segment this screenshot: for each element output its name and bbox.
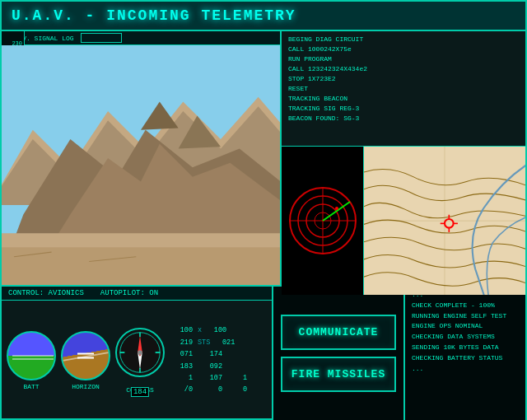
status-line-8: CHECKING BATTERY STATUS	[412, 353, 519, 364]
batt-svg	[8, 333, 56, 380]
h-line-1	[77, 352, 94, 354]
d6c4: 0	[227, 384, 247, 395]
status-line-6: CHECKING DATA SYSTEMS	[412, 332, 519, 343]
data-numbers-block: 100 x 100 219 STS 021 071 174	[170, 321, 250, 399]
status-line-3: RUNNING ENGINE SELF TEST	[412, 311, 519, 322]
video-feed: search pattern 3	[2, 45, 280, 285]
video-content-area: 230 220 210 200 190 180 170 160 150 140 …	[2, 45, 280, 285]
data-row-1: 100 x 100	[173, 324, 247, 336]
d3c1: 071	[173, 348, 193, 360]
controls-header: CONTROL: AVIONICS AUTOPILOT: ON	[2, 287, 272, 301]
compass-value: 184	[131, 387, 149, 397]
d6c1: /0	[173, 384, 193, 395]
data-row-5: 1 107 1	[173, 372, 247, 384]
compass-face	[115, 328, 165, 377]
status-log: ... CHECK COMPLETE - 100% RUNNING ENGINE…	[405, 287, 525, 420]
telem-line-6: RESET	[288, 84, 519, 94]
compass-svg	[117, 328, 163, 377]
telem-line-1: BEGING DIAG CIRCUIT	[288, 35, 519, 44]
video-panel: U.A.V. SIGNAL LOG 230 220 210 200 190 18…	[2, 31, 282, 285]
status-line-5: ENGINE OPS NOMINAL	[412, 321, 519, 332]
d6c3: 0	[203, 384, 222, 395]
radar-map-row	[282, 147, 525, 295]
telem-line-9: BEACON FOUND: SG-3	[288, 114, 519, 124]
d1c1: 100	[173, 324, 193, 336]
action-panel: COMMUNICATE FIRE MISSILES	[273, 287, 405, 420]
communicate-button[interactable]: COMMUNICATE	[281, 315, 396, 350]
telem-line-4: CALL 123242324X434e2	[288, 64, 519, 74]
batt-face	[7, 331, 56, 380]
main-container: U.A.V. - INCOMING TELEMETRY U.A.V. SIGNA…	[0, 0, 527, 420]
map-svg	[364, 147, 525, 295]
telem-line-5: STOP 1X723E2	[288, 74, 519, 84]
d4c3: 092	[203, 361, 222, 372]
svg-point-38	[138, 350, 142, 355]
d5c3: 107	[203, 372, 222, 384]
d1c2: x	[198, 324, 202, 336]
d2c2: STS	[198, 337, 210, 348]
d3c3: 174	[203, 348, 222, 360]
mountain-svg	[2, 45, 280, 285]
radar-svg	[286, 184, 360, 258]
status-line-2: CHECK COMPLETE - 100%	[412, 301, 519, 311]
controls-avionics-label: CONTROL: AVIONICS	[8, 289, 84, 297]
data-row-4: 183 092	[173, 361, 247, 372]
data-row-3: 071 174	[173, 348, 247, 360]
top-section: U.A.V. SIGNAL LOG 230 220 210 200 190 18…	[2, 31, 525, 287]
video-label-bar: U.A.V. SIGNAL LOG	[2, 31, 280, 45]
telem-line-2: CALL 1000242X75e	[288, 44, 519, 54]
controls-body: BATT HORIZON	[2, 301, 272, 420]
horizon-instrument: HORIZON	[61, 331, 110, 390]
telemetry-log: BEGING DIAG CIRCUIT CALL 1000242X75e RUN…	[282, 31, 525, 147]
bottom-section: CONTROL: AVIONICS AUTOPILOT: ON BATT	[2, 287, 525, 420]
compass-instrument: 184 COMPASS	[115, 328, 165, 394]
header: U.A.V. - INCOMING TELEMETRY	[2, 2, 525, 31]
d4c1: 183	[173, 361, 193, 372]
status-line-9: ...	[412, 364, 519, 375]
horizon-center	[77, 350, 94, 361]
page-title: U.A.V. - INCOMING TELEMETRY	[12, 7, 296, 24]
h-line-2	[77, 357, 94, 358]
batt-label: BATT	[23, 383, 39, 390]
telem-line-3: RUN PROGRAM	[288, 54, 519, 64]
radar-panel	[282, 147, 364, 295]
d5c1: 1	[173, 372, 193, 384]
d1c3: 100	[207, 324, 226, 336]
d5c4: 1	[227, 372, 247, 384]
right-panel: BEGING DIAG CIRCUIT CALL 1000242X75e RUN…	[282, 31, 525, 285]
d2c3: 021	[215, 337, 235, 348]
status-line-7: SENDING 10K BYTES DATA	[412, 343, 519, 353]
horizon-face	[61, 331, 110, 380]
video-input[interactable]	[81, 33, 122, 43]
controls-panel: CONTROL: AVIONICS AUTOPILOT: ON BATT	[2, 287, 273, 420]
data-row-2: 219 STS 021	[173, 337, 247, 348]
telem-line-8: TRACKING SIG REG-3	[288, 104, 519, 114]
telem-line-7: TRACKING BEACON	[288, 94, 519, 104]
d2c1: 219	[173, 337, 193, 348]
fire-missiles-button[interactable]: FIRE MISSILES	[281, 357, 396, 392]
batt-instrument: BATT	[7, 331, 56, 390]
autopilot-label: AUTOPILOT: ON	[100, 289, 158, 297]
data-row-6: /0 0 0	[173, 384, 247, 395]
map-panel	[364, 147, 525, 295]
horizon-label: HORIZON	[72, 383, 100, 390]
svg-point-19	[335, 207, 338, 210]
